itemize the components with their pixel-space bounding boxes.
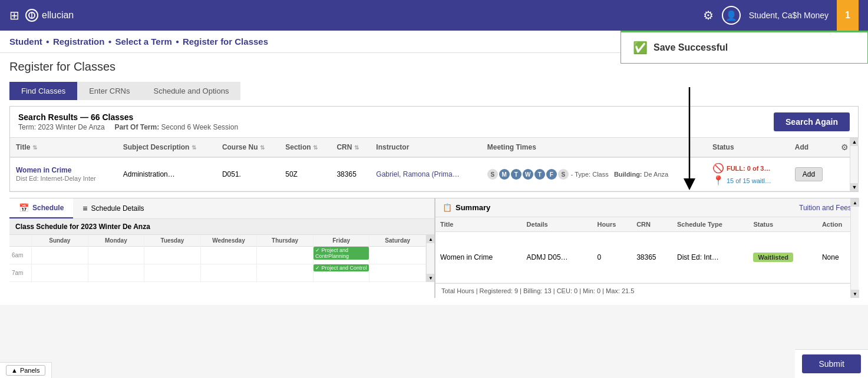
tuesday-header: Tuesday xyxy=(144,235,200,247)
breadcrumb-register[interactable]: Register for Classes xyxy=(183,37,268,47)
tab-schedule-label: Schedule xyxy=(32,204,64,212)
status-badge: Waitlisted xyxy=(753,253,793,262)
summary-scroll-up[interactable]: ▲ xyxy=(851,198,859,207)
event-block-1[interactable]: ✓ Project and ContrPlanning xyxy=(313,247,369,260)
summary-scroll-down[interactable]: ▼ xyxy=(851,290,859,298)
sunday-6am xyxy=(32,247,88,264)
time-7am: 7am xyxy=(9,264,31,282)
tab-schedule-details[interactable]: ≡ Schedule Details xyxy=(73,198,153,218)
col-monday: Monday xyxy=(88,235,145,282)
part-of-term-label: Part Of Term: xyxy=(114,123,159,131)
scroll-up-btn[interactable]: ▲ xyxy=(850,138,859,146)
col-title: Title ⇅ xyxy=(10,138,117,157)
schedule-scroll-up[interactable]: ▲ xyxy=(427,235,434,243)
status-wait: 15 of 15 waitl… xyxy=(727,177,771,184)
settings-icon[interactable]: ⚙ xyxy=(703,8,714,22)
search-results-meta: Term: 2023 Winter De Anza Part Of Term: … xyxy=(18,123,238,131)
tab-bar: Find Classes Enter CRNs Schedule and Opt… xyxy=(9,82,859,100)
search-term-label: Term: 2023 Winter De Anza xyxy=(18,123,105,131)
breadcrumb-dot-3: ● xyxy=(176,38,179,45)
thursday-7am xyxy=(257,264,313,282)
event-block-2[interactable]: ✓ Project and Control xyxy=(313,264,369,271)
time-6am: 6am xyxy=(9,247,31,264)
saturday-header: Saturday xyxy=(369,235,425,247)
breadcrumb-dot-1: ● xyxy=(46,38,49,45)
scroll-down-btn[interactable]: ▼ xyxy=(850,183,859,191)
col-thursday: Thursday xyxy=(257,235,313,282)
monday-header: Monday xyxy=(88,235,144,247)
summary-icon: 📋 xyxy=(443,203,452,212)
col-section: Section ⇅ xyxy=(279,138,331,157)
tab-enter-crns[interactable]: Enter CRNs xyxy=(77,82,141,100)
col-saturday: Saturday xyxy=(369,235,426,282)
save-toast: ✅ Save Successful xyxy=(621,31,868,64)
summary-scrollbar[interactable]: ▲ ▼ xyxy=(850,198,859,298)
column-settings-button[interactable]: ⚙ xyxy=(841,142,849,152)
wednesday-6am xyxy=(201,247,257,264)
summary-title: 📋 Summary xyxy=(443,203,490,212)
search-again-button[interactable]: Search Again xyxy=(774,112,850,131)
cell-crn: 38365 xyxy=(331,157,370,191)
tuesday-6am xyxy=(144,247,200,264)
tuition-link[interactable]: Tuition and Fees xyxy=(799,204,852,212)
grid-menu-icon[interactable]: ⊞ xyxy=(9,8,19,22)
cell-instructor: Gabriel, Ramona (Prima… xyxy=(370,157,481,191)
saturday-6am xyxy=(369,247,425,264)
notification-badge[interactable]: 1 xyxy=(837,0,859,31)
course-title-link[interactable]: Women in Crime xyxy=(16,166,71,174)
sum-col-crn: CRN xyxy=(632,217,672,232)
sum-col-sched-type: Schedule Type xyxy=(672,217,748,232)
course-subtitle: Dist Ed: Internet-Delay Inter xyxy=(16,175,96,182)
day-columns: Sunday Monday Tuesday xyxy=(32,235,426,282)
schedule-scrollbar[interactable]: ▲ ▼ xyxy=(426,235,434,282)
day-S2: S xyxy=(558,169,569,180)
col-sunday: Sunday xyxy=(32,235,88,282)
cell-add[interactable]: Add xyxy=(789,157,836,191)
meeting-days: S M T W T F S xyxy=(487,169,569,180)
table-scrollbar[interactable]: ▲ ▼ xyxy=(850,138,858,191)
user-name: Student, Ca$h Money xyxy=(749,11,829,20)
friday-header: Friday xyxy=(313,235,369,247)
breadcrumb-registration[interactable]: Registration xyxy=(53,37,105,47)
schedule-tab-bar: 📅 Schedule ≡ Schedule Details xyxy=(9,198,434,219)
breadcrumb-student[interactable]: Student xyxy=(9,37,42,47)
tab-schedule-options[interactable]: Schedule and Options xyxy=(142,82,241,100)
col-crn: CRN ⇅ xyxy=(331,138,370,157)
app-logo: ellucian xyxy=(25,9,74,22)
calendar-icon: 📅 xyxy=(19,203,29,213)
avatar: 👤 xyxy=(722,6,741,25)
breadcrumb-dot-2: ● xyxy=(108,38,111,45)
tab-schedule[interactable]: 📅 Schedule xyxy=(9,198,73,218)
tab-find-classes[interactable]: Find Classes xyxy=(9,82,77,100)
instructor-link[interactable]: Gabriel, Ramona (Prima… xyxy=(376,170,459,178)
wednesday-7am xyxy=(201,264,257,282)
day-T2: T xyxy=(534,169,545,180)
summary-table: Title Details Hours CRN Schedule Type St… xyxy=(435,217,859,283)
add-button[interactable]: Add xyxy=(795,167,823,181)
totals-row: Total Hours | Registered: 9 | Billing: 1… xyxy=(435,283,859,298)
breadcrumb-select-term[interactable]: Select a Term xyxy=(115,37,171,47)
day-W: W xyxy=(523,169,533,180)
cell-meeting-times: S M T W T F S - Type: Class Building: De… xyxy=(481,157,707,191)
sum-hours: 0 xyxy=(593,232,632,283)
logo-text: ellucian xyxy=(42,10,74,21)
summary-panel: 📋 Summary Tuition and Fees Title Details… xyxy=(434,198,859,298)
saturday-7am xyxy=(369,264,425,282)
col-course: Course Nu ⇅ xyxy=(216,138,279,157)
cell-section: 50Z xyxy=(279,157,331,191)
sum-col-title: Title xyxy=(435,217,522,232)
thursday-header: Thursday xyxy=(257,235,313,247)
tuesday-7am xyxy=(144,264,200,282)
schedule-scroll-down[interactable]: ▼ xyxy=(427,274,434,282)
tab-details-label: Schedule Details xyxy=(91,204,144,213)
col-status: Status xyxy=(707,138,789,157)
cell-subject: Administration… xyxy=(117,157,216,191)
table-wrapper: Title ⇅ Subject Description ⇅ Course Nu … xyxy=(10,138,858,191)
sum-title: Women in Crime xyxy=(435,232,522,283)
sum-col-details: Details xyxy=(522,217,593,232)
col-meeting-times: Meeting Times xyxy=(481,138,707,157)
schedule-panel: 📅 Schedule ≡ Schedule Details Class Sche… xyxy=(9,198,434,298)
sunday-7am xyxy=(32,264,88,282)
time-column: 6am 7am xyxy=(9,235,32,282)
summary-title-text: Summary xyxy=(456,203,490,212)
